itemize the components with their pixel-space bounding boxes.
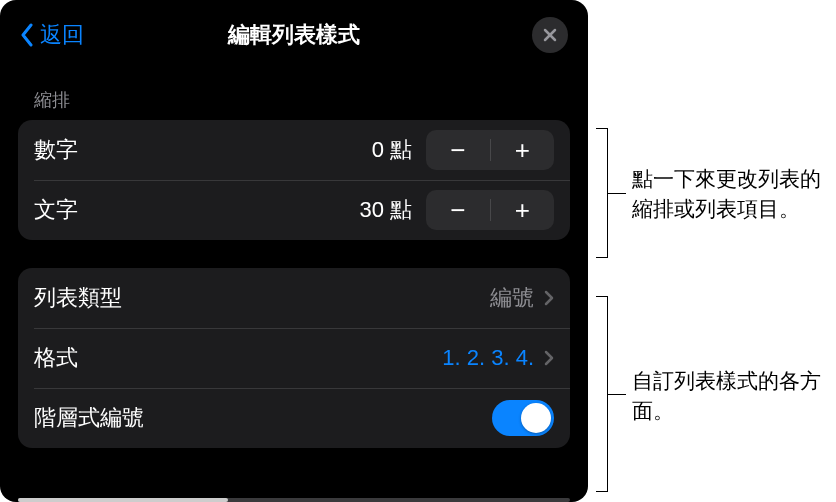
text-indent-stepper: − + (426, 190, 554, 230)
annotation-bracket (596, 296, 608, 492)
hierarchical-label: 階層式編號 (34, 403, 492, 433)
annotations: 點一下來更改列表的縮排或列表項目。 自訂列表樣式的各方面。 (588, 0, 836, 502)
chevron-right-icon (544, 290, 554, 306)
format-value: 1. 2. 3. 4. (442, 345, 534, 371)
text-indent-row: 文字 30 點 − + (18, 180, 570, 240)
annotation-bracket (596, 128, 608, 258)
number-indent-value: 0 點 (356, 135, 412, 165)
annotation-callout-style: 自訂列表樣式的各方面。 (632, 366, 822, 427)
close-icon (542, 27, 558, 43)
scrollbar-thumb (18, 498, 228, 502)
text-indent-decrement[interactable]: − (426, 190, 490, 230)
scrollbar[interactable] (18, 498, 570, 502)
list-type-value: 編號 (490, 283, 534, 313)
format-label: 格式 (34, 343, 442, 373)
annotation-tick (608, 193, 626, 194)
chevron-left-icon (20, 23, 34, 47)
back-label: 返回 (40, 20, 84, 50)
list-type-label: 列表類型 (34, 283, 490, 313)
text-indent-increment[interactable]: + (491, 190, 555, 230)
toggle-knob (521, 403, 551, 433)
chevron-right-icon (544, 350, 554, 366)
annotation-callout-indent: 點一下來更改列表的縮排或列表項目。 (632, 164, 822, 225)
settings-panel: 返回 編輯列表樣式 縮排 數字 0 點 − + 文字 30 點 − (0, 0, 588, 502)
list-type-row[interactable]: 列表類型 編號 (18, 268, 570, 328)
header: 返回 編輯列表樣式 (0, 0, 588, 70)
page-title: 編輯列表樣式 (228, 20, 360, 50)
number-indent-label: 數字 (34, 135, 356, 165)
hierarchical-row: 階層式編號 (18, 388, 570, 448)
format-row[interactable]: 格式 1. 2. 3. 4. (18, 328, 570, 388)
indent-section-header: 縮排 (0, 70, 588, 120)
text-indent-value: 30 點 (356, 195, 412, 225)
hierarchical-toggle[interactable] (492, 400, 554, 436)
number-indent-row: 數字 0 點 − + (18, 120, 570, 180)
annotation-tick (608, 394, 626, 395)
number-indent-decrement[interactable]: − (426, 130, 490, 170)
list-style-group: 列表類型 編號 格式 1. 2. 3. 4. 階層式編號 (18, 268, 570, 448)
indent-group: 數字 0 點 − + 文字 30 點 − + (18, 120, 570, 240)
back-button[interactable]: 返回 (20, 20, 84, 50)
number-indent-increment[interactable]: + (491, 130, 555, 170)
number-indent-stepper: − + (426, 130, 554, 170)
close-button[interactable] (532, 17, 568, 53)
text-indent-label: 文字 (34, 195, 356, 225)
